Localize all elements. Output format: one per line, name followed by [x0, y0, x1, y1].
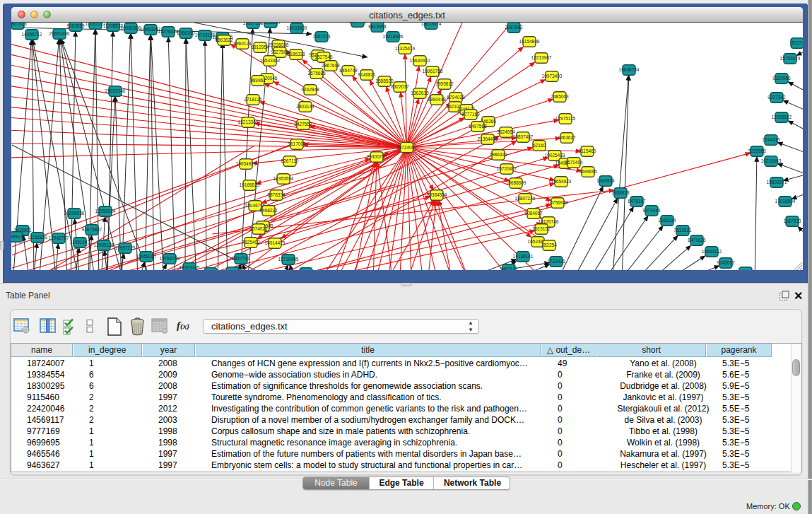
svg-text:8267110: 8267110	[281, 158, 299, 163]
svg-text:9242848: 9242848	[301, 87, 319, 92]
svg-text:11156829: 11156829	[28, 235, 47, 240]
svg-text:18807249: 18807249	[515, 196, 536, 201]
svg-text:9657791: 9657791	[232, 256, 250, 261]
svg-text:1733426: 1733426	[547, 259, 565, 264]
svg-text:9474444: 9474444	[642, 208, 661, 213]
svg-text:12353594: 12353594	[273, 176, 294, 181]
svg-text:3624554: 3624554	[497, 129, 515, 134]
svg-text:9146821: 9146821	[358, 72, 376, 77]
svg-text:3215958: 3215958	[748, 148, 766, 153]
svg-text:1939139: 1939139	[11, 234, 25, 239]
svg-text:1574022: 1574022	[249, 226, 268, 231]
svg-text:7625402: 7625402	[242, 240, 260, 245]
svg-text:2087682: 2087682	[505, 25, 523, 30]
svg-text:15716485: 15716485	[278, 257, 299, 262]
svg-text:12213967: 12213967	[531, 55, 552, 60]
svg-text:19166829: 19166829	[240, 182, 260, 187]
svg-text:7955812: 7955812	[435, 81, 454, 86]
svg-text:16154808: 16154808	[519, 39, 540, 44]
svg-text:6966160: 6966160	[177, 30, 195, 35]
svg-text:12093822: 12093822	[772, 115, 792, 119]
svg-text:7632621: 7632621	[673, 228, 692, 233]
svg-text:8322037: 8322037	[391, 84, 409, 89]
svg-text:14914479: 14914479	[265, 240, 286, 245]
svg-text:10958107: 10958107	[136, 254, 157, 259]
svg-text:16782759: 16782759	[160, 256, 180, 261]
svg-text:11325419: 11325419	[395, 46, 416, 51]
svg-text:1615152: 1615152	[532, 226, 551, 231]
svg-text:17016504: 17016504	[775, 199, 796, 204]
svg-text:62160: 62160	[533, 143, 546, 148]
svg-text:20081506: 20081506	[121, 25, 141, 30]
svg-text:2718126: 2718126	[244, 97, 262, 102]
svg-text:252254: 252254	[541, 243, 557, 247]
svg-text:8471626: 8471626	[688, 238, 706, 243]
svg-text:989962: 989962	[250, 78, 266, 83]
svg-text:9777169: 9777169	[461, 112, 480, 117]
svg-text:15276024: 15276024	[158, 29, 179, 34]
svg-text:1527546: 1527546	[314, 54, 333, 59]
svg-text:18724007: 18724007	[396, 145, 417, 150]
svg-text:7663822: 7663822	[215, 37, 233, 42]
svg-text:20206536: 20206536	[64, 211, 85, 216]
svg-text:12975115: 12975115	[555, 116, 576, 121]
svg-text:8912954: 8912954	[251, 45, 269, 49]
svg-text:1167533: 1167533	[784, 218, 801, 223]
svg-text:17957225: 17957225	[115, 245, 136, 250]
svg-text:14136141: 14136141	[513, 254, 534, 259]
svg-text:2867608: 2867608	[322, 63, 340, 68]
svg-text:9329966: 9329966	[772, 76, 791, 81]
svg-text:6794028: 6794028	[447, 95, 465, 100]
svg-text:9084067: 9084067	[524, 211, 543, 216]
svg-text:20691406: 20691406	[49, 31, 70, 36]
svg-text:21364436: 21364436	[478, 136, 498, 141]
svg-text:2935114: 2935114	[659, 218, 676, 223]
svg-text:15751074: 15751074	[780, 56, 801, 61]
svg-text:9463627: 9463627	[558, 135, 576, 140]
svg-text:8990448: 8990448	[428, 97, 446, 102]
svg-text:15592971: 15592971	[767, 180, 787, 185]
svg-text:12213369: 12213369	[238, 119, 259, 124]
svg-text:6497568: 6497568	[469, 124, 487, 129]
svg-text:14055712: 14055712	[22, 32, 42, 37]
svg-text:10807487: 10807487	[513, 134, 534, 139]
svg-text:1362615: 1362615	[411, 90, 429, 95]
svg-text:1527602: 1527602	[348, 23, 367, 24]
svg-text:8427552: 8427552	[294, 122, 312, 127]
svg-text:9617008: 9617008	[288, 141, 306, 146]
svg-text:7485003: 7485003	[551, 94, 569, 99]
svg-text:8813054: 8813054	[368, 24, 387, 29]
svg-text:15640910: 15640910	[410, 58, 430, 63]
svg-text:11451947: 11451947	[70, 240, 90, 245]
svg-text:5498222: 5498222	[259, 208, 278, 213]
svg-text:17359924: 17359924	[95, 209, 116, 214]
svg-text:7357224: 7357224	[312, 34, 331, 39]
svg-text:9699695: 9699695	[579, 169, 597, 174]
svg-text:9115460: 9115460	[579, 148, 596, 153]
svg-text:12923465: 12923465	[180, 265, 200, 270]
svg-text:93975867: 93975867	[82, 227, 102, 232]
svg-text:9824504: 9824504	[736, 269, 755, 270]
svg-text:16648784: 16648784	[619, 67, 640, 72]
svg-text:8186328: 8186328	[287, 52, 305, 57]
svg-text:12942757: 12942757	[49, 235, 69, 240]
svg-text:6479197: 6479197	[628, 199, 646, 204]
svg-text:16033809: 16033809	[287, 25, 307, 30]
svg-text:9960124: 9960124	[233, 41, 252, 46]
svg-text:9063569: 9063569	[66, 23, 85, 28]
svg-text:8454749: 8454749	[339, 68, 358, 73]
svg-text:18613074: 18613074	[421, 23, 442, 26]
svg-text:10973493: 10973493	[542, 74, 563, 78]
svg-text:9463112: 9463112	[500, 267, 518, 270]
svg-text:3675685: 3675685	[307, 71, 326, 76]
svg-text:16961758: 16961758	[423, 69, 443, 74]
svg-text:12905135: 12905135	[94, 243, 114, 247]
svg-text:19384554: 19384554	[427, 192, 447, 197]
svg-text:151274: 151274	[789, 40, 803, 45]
svg-text:29053346: 29053346	[105, 88, 126, 93]
svg-text:9245052: 9245052	[717, 260, 735, 265]
svg-text:19218596: 19218596	[383, 34, 404, 39]
svg-text:19654923: 19654923	[551, 179, 572, 184]
svg-text:16210643: 16210643	[761, 158, 782, 163]
svg-text:10025433: 10025433	[545, 153, 565, 158]
